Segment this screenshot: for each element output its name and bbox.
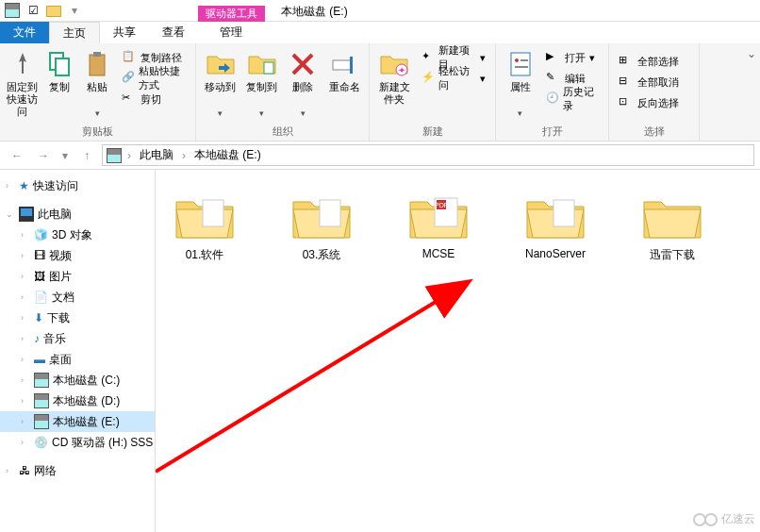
annotation-arrow xyxy=(156,278,627,476)
svg-point-12 xyxy=(515,58,519,62)
tree-quick-access[interactable]: ›★快速访问 xyxy=(0,175,155,196)
tree-item[interactable]: ›💿CD 驱动器 (H:) SSS xyxy=(0,432,155,453)
tab-share[interactable]: 共享 xyxy=(100,22,149,43)
qat-checkbox[interactable]: ☑ xyxy=(25,3,41,18)
address-bar[interactable]: 此电脑 本地磁盘 (E:) xyxy=(102,144,754,166)
drive-icon xyxy=(5,3,20,18)
svg-text:✦: ✦ xyxy=(398,65,405,75)
open-button[interactable]: ▶打开 ▾ xyxy=(542,47,603,68)
group-clipboard-title: 剪贴板 xyxy=(6,125,190,141)
svg-rect-11 xyxy=(511,53,530,75)
tree-this-pc[interactable]: ⌄此电脑 xyxy=(0,204,155,224)
select-none-button[interactable]: ⊟全部取消 xyxy=(615,72,683,92)
group-open-title: 打开 xyxy=(502,125,603,141)
cut-button[interactable]: ✂剪切 xyxy=(118,89,190,109)
window-title: 本地磁盘 (E:) xyxy=(281,4,348,20)
svg-rect-3 xyxy=(56,58,69,75)
nav-forward-button[interactable]: → xyxy=(32,144,55,167)
group-organize-title: 组织 xyxy=(202,125,363,141)
svg-rect-6 xyxy=(264,62,273,74)
tree-item[interactable]: ›🎞视频 xyxy=(0,245,155,266)
watermark: 亿速云 xyxy=(693,511,755,527)
tree-item[interactable]: ›▬桌面 xyxy=(0,349,155,370)
svg-rect-13 xyxy=(520,59,528,61)
properties-button[interactable]: 属性 xyxy=(502,47,538,119)
svg-rect-20 xyxy=(553,200,574,226)
nav-back-button[interactable]: ← xyxy=(6,144,28,167)
rename-button[interactable]: 重命名 xyxy=(325,47,363,106)
svg-line-21 xyxy=(156,283,467,472)
paste-button[interactable]: 粘贴 xyxy=(80,47,114,119)
nav-tree[interactable]: ›★快速访问 ⌄此电脑 ›🧊3D 对象 ›🎞视频 ›🖼图片 ›📄文档 ›⬇下载 … xyxy=(0,170,156,532)
tab-manage[interactable]: 管理 xyxy=(207,22,256,43)
tree-item[interactable]: ›📄文档 xyxy=(0,287,155,308)
svg-rect-1 xyxy=(22,60,24,74)
folder-item[interactable]: 迅雷下载 xyxy=(633,192,712,263)
svg-rect-16 xyxy=(320,200,340,226)
tree-item[interactable]: ›本地磁盘 (D:) xyxy=(0,391,155,411)
tree-item[interactable]: ›本地磁盘 (C:) xyxy=(0,370,155,391)
breadcrumb-pc[interactable]: 此电脑 xyxy=(137,147,176,163)
ribbon-collapse-icon[interactable]: ⌄ xyxy=(747,47,756,60)
contextual-tab-label: 驱动器工具 xyxy=(198,6,265,22)
svg-rect-7 xyxy=(333,60,352,70)
breadcrumb-drive[interactable]: 本地磁盘 (E:) xyxy=(191,147,264,163)
delete-button[interactable]: 删除 xyxy=(285,47,322,119)
tab-view[interactable]: 查看 xyxy=(149,22,198,43)
tab-file[interactable]: 文件 xyxy=(0,22,49,43)
copy-to-button[interactable]: 复制到 xyxy=(243,47,281,119)
invert-selection-button[interactable]: ⊡反向选择 xyxy=(615,92,683,113)
tree-network[interactable]: ›🖧网络 xyxy=(0,460,155,481)
nav-up-button[interactable]: ↑ xyxy=(75,144,98,167)
tree-item[interactable]: ›♪音乐 xyxy=(0,328,155,349)
svg-rect-15 xyxy=(203,200,223,226)
tree-item-selected[interactable]: ›本地磁盘 (E:) xyxy=(0,411,155,432)
svg-rect-8 xyxy=(350,57,353,74)
qat-folder[interactable] xyxy=(46,3,61,18)
pin-button[interactable]: 固定到快速访问 xyxy=(6,47,40,118)
group-select-title: 选择 xyxy=(615,125,693,141)
svg-rect-5 xyxy=(93,52,101,57)
folder-item[interactable]: PDF MCSE xyxy=(399,192,478,263)
tree-item[interactable]: ›⬇下载 xyxy=(0,308,155,328)
group-new-title: 新建 xyxy=(375,125,489,141)
history-button[interactable]: 🕘历史记录 xyxy=(542,89,603,109)
tab-home[interactable]: 主页 xyxy=(49,22,100,43)
copy-button[interactable]: 复制 xyxy=(43,47,77,106)
tree-item[interactable]: ›🧊3D 对象 xyxy=(0,224,155,245)
folder-item[interactable]: 03.系统 xyxy=(282,192,361,263)
content-pane[interactable]: 01.软件 03.系统 PDF MCSE NanoServer 迅雷下载 xyxy=(156,170,760,532)
folder-item[interactable]: NanoServer xyxy=(516,192,595,263)
svg-text:PDF: PDF xyxy=(435,202,448,208)
move-to-button[interactable]: 移动到 xyxy=(202,47,240,119)
easy-access-button[interactable]: ⚡轻松访问 ▾ xyxy=(418,68,489,89)
tree-item[interactable]: ›🖼图片 xyxy=(0,266,155,287)
qat-more[interactable]: ▾ xyxy=(67,3,82,18)
new-folder-button[interactable]: ✦新建文件夹 xyxy=(375,47,414,106)
nav-recent-button[interactable]: ▾ xyxy=(58,144,72,167)
folder-item[interactable]: 01.软件 xyxy=(165,192,244,263)
select-all-button[interactable]: ⊞全部选择 xyxy=(615,51,683,72)
svg-rect-14 xyxy=(515,66,528,68)
paste-shortcut-button[interactable]: 🔗粘贴快捷方式 xyxy=(118,68,190,89)
svg-rect-4 xyxy=(90,55,105,75)
breadcrumb-drive-icon xyxy=(107,148,122,163)
